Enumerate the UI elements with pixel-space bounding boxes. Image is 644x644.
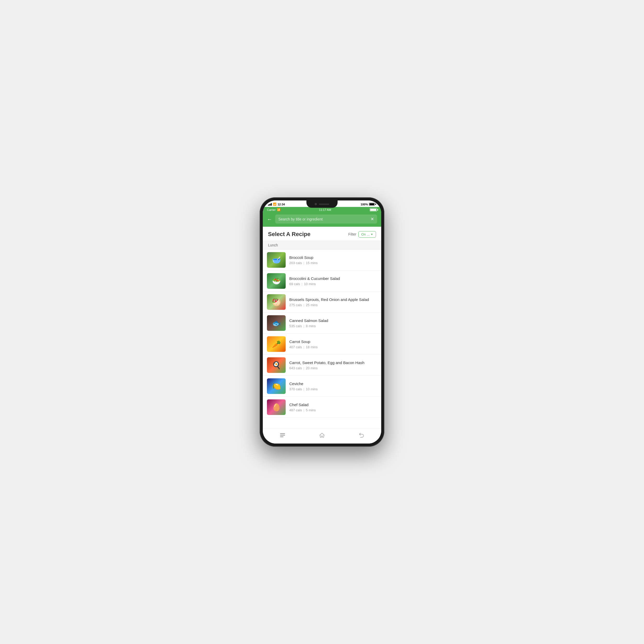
recipe-info: Carrot, Sweet Potato, Egg and Bacon Hash… — [286, 360, 377, 370]
svg-rect-0 — [280, 433, 285, 434]
svg-rect-2 — [280, 437, 283, 437]
recipe-time: 18 mins — [306, 345, 318, 349]
back-button[interactable]: ← — [267, 217, 272, 222]
nav-home-button[interactable] — [314, 431, 330, 439]
recipe-meta: 203 cals | 15 mins — [289, 261, 377, 265]
list-item[interactable]: 🥗 Broccolini & Cucumber Salad 69 cals | … — [263, 271, 381, 292]
clear-search-button[interactable]: ✕ — [371, 217, 374, 222]
carrier-name: Carrier — [267, 208, 276, 211]
recipe-time: 5 mins — [306, 408, 316, 412]
list-item[interactable]: 🍋 Ceviche 370 cals | 10 mins — [263, 376, 381, 397]
bottom-navigation — [263, 428, 381, 444]
filter-value: On ... — [361, 232, 370, 236]
recipe-meta: 407 cals | 18 mins — [289, 345, 377, 349]
recipe-cals: 487 cals — [289, 408, 302, 412]
recipe-time: 15 mins — [306, 261, 318, 265]
recipe-thumbnail: 🍳 — [267, 357, 286, 373]
recipe-info: Brussels Sprouts, Red Onion and Apple Sa… — [286, 297, 377, 307]
undo-icon — [358, 432, 365, 438]
recipe-name: Canned Salmon Salad — [289, 318, 377, 323]
recipe-info: Broccolini & Cucumber Salad 69 cals | 10… — [286, 276, 377, 286]
chevron-down-icon: ▼ — [371, 233, 373, 236]
home-icon — [319, 432, 325, 438]
list-item[interactable]: 🥕 Carrot Soup 407 cals | 18 mins — [263, 334, 381, 355]
recipe-meta: 275 cals | 25 mins — [289, 303, 377, 307]
recipe-meta: 370 cals | 10 mins — [289, 387, 377, 391]
recipe-meta: 535 cals | 8 mins — [289, 324, 377, 328]
recipe-thumbnail: 🍋 — [267, 378, 286, 394]
recipe-name: Carrot, Sweet Potato, Egg and Bacon Hash — [289, 360, 377, 365]
recipe-header: Select A Recipe Filter On ... ▼ — [263, 227, 381, 241]
meta-divider: | — [303, 408, 304, 412]
carrier-wifi-icon: 📶 — [277, 208, 280, 211]
recipe-thumbnail: 🥕 — [267, 336, 286, 352]
filter-label: Filter — [348, 232, 356, 236]
meta-divider: | — [303, 345, 304, 349]
filter-container: Filter On ... ▼ — [348, 231, 376, 238]
filter-button[interactable]: On ... ▼ — [358, 231, 376, 238]
meta-divider: | — [303, 387, 304, 391]
list-item[interactable]: 🥙 Brussels Sprouts, Red Onion and Apple … — [263, 292, 381, 313]
recipe-time: 20 mins — [306, 366, 318, 370]
carrier-battery-icon — [370, 208, 377, 211]
list-item[interactable]: 🥣 Broccoli Soup 203 cals | 15 mins — [263, 250, 381, 271]
recipe-info: Carrot Soup 407 cals | 18 mins — [286, 339, 377, 349]
status-left: 📶 12:34 — [268, 203, 285, 206]
list-item[interactable]: 🍳 Carrot, Sweet Potato, Egg and Bacon Ha… — [263, 355, 381, 376]
phone-screen: 📶 12:34 100% Carrier 📶 — [263, 200, 381, 444]
recipe-thumbnail: 🥣 — [267, 252, 286, 268]
recipe-info: Chef Salad 487 cals | 5 mins — [286, 402, 377, 412]
battery-icon — [369, 203, 376, 206]
menu-icon — [279, 432, 286, 438]
recipe-name: Broccolini & Cucumber Salad — [289, 276, 377, 281]
list-item[interactable]: 🐟 Canned Salmon Salad 535 cals | 8 mins — [263, 313, 381, 334]
recipe-name: Chef Salad — [289, 402, 377, 407]
recipe-time: 10 mins — [306, 387, 318, 391]
content-area: Select A Recipe Filter On ... ▼ Lunch 🥣 — [263, 227, 381, 428]
recipe-meta: 487 cals | 5 mins — [289, 408, 377, 412]
recipe-cals: 275 cals — [289, 303, 302, 307]
search-placeholder: Search by title or ingredient — [278, 217, 323, 221]
meta-divider: | — [303, 366, 304, 370]
recipe-cals: 535 cals — [289, 324, 302, 328]
meta-divider: | — [303, 261, 304, 265]
recipe-thumbnail: 🥙 — [267, 294, 286, 310]
recipe-name: Carrot Soup — [289, 339, 377, 344]
phone-frame: 📶 12:34 100% Carrier 📶 — [260, 197, 384, 447]
svg-rect-1 — [280, 435, 285, 435]
meta-divider: | — [301, 282, 302, 286]
nav-menu-button[interactable] — [274, 431, 291, 439]
wifi-icon: 📶 — [273, 203, 277, 206]
recipe-list: 🥣 Broccoli Soup 203 cals | 15 mins 🥗 Bro… — [263, 250, 381, 418]
recipe-info: Ceviche 370 cals | 10 mins — [286, 381, 377, 391]
recipe-time: 8 mins — [306, 324, 316, 328]
recipe-meta: 643 cals | 20 mins — [289, 366, 377, 370]
meta-divider: | — [303, 303, 304, 307]
carrier-time: 11:17 AM — [319, 208, 331, 211]
recipe-thumbnail: 🥗 — [267, 273, 286, 289]
recipe-cals: 643 cals — [289, 366, 302, 370]
recipe-cals: 203 cals — [289, 261, 302, 265]
page-title: Select A Recipe — [268, 231, 310, 238]
recipe-cals: 407 cals — [289, 345, 302, 349]
category-header: Lunch — [263, 241, 381, 250]
recipe-meta: 69 cals | 10 mins — [289, 282, 377, 286]
recipe-cals: 69 cals — [289, 282, 300, 286]
list-item[interactable]: 🥚 Chef Salad 487 cals | 5 mins — [263, 397, 381, 418]
signal-icon — [268, 203, 272, 206]
recipe-thumbnail: 🥚 — [267, 399, 286, 415]
carrier-info: Carrier 📶 — [267, 208, 280, 211]
recipe-thumbnail: 🐟 — [267, 315, 286, 331]
search-bar: ← Search by title or ingredient ✕ — [263, 212, 381, 227]
recipe-cals: 370 cals — [289, 387, 302, 391]
search-input-container[interactable]: Search by title or ingredient ✕ — [275, 214, 377, 224]
status-right: 100% — [361, 203, 376, 206]
recipe-info: Broccoli Soup 203 cals | 15 mins — [286, 255, 377, 265]
system-status-bar: 📶 12:34 100% — [263, 200, 381, 207]
category-label: Lunch — [268, 243, 278, 247]
carrier-bar: Carrier 📶 11:17 AM — [263, 207, 381, 212]
recipe-info: Canned Salmon Salad 535 cals | 8 mins — [286, 318, 377, 328]
recipe-name: Broccoli Soup — [289, 255, 377, 260]
recipe-time: 25 mins — [306, 303, 318, 307]
nav-back-button[interactable] — [353, 431, 370, 439]
